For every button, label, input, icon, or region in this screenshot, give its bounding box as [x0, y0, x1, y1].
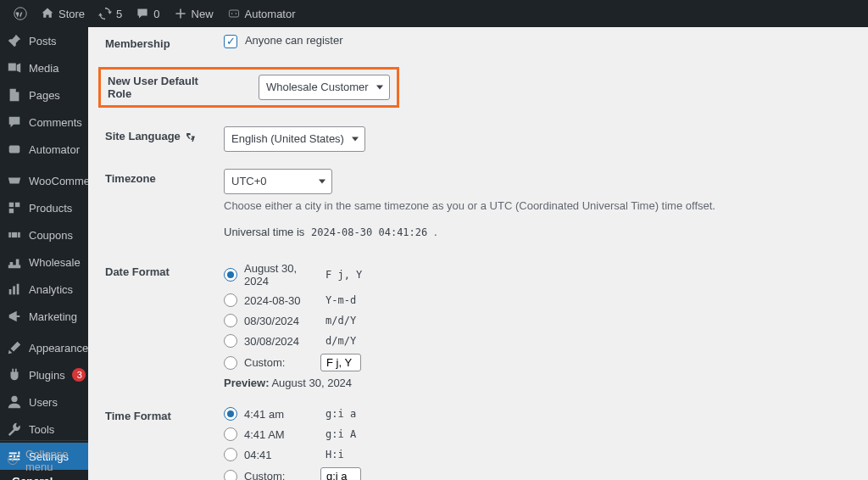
svg-rect-7	[9, 209, 14, 213]
comments-link[interactable]: 0	[129, 0, 166, 27]
sidebar-label: Appearance	[29, 342, 88, 354]
label-time-format: Time Format	[105, 406, 224, 422]
coupon-icon	[7, 227, 22, 243]
sidebar-label: Analytics	[29, 283, 73, 296]
products-icon	[7, 200, 22, 215]
svg-point-3	[235, 13, 236, 14]
sidebar-item-automator[interactable]: Automator	[0, 136, 88, 163]
sidebar-item-media[interactable]: Media	[0, 54, 88, 81]
radio[interactable]	[224, 356, 237, 370]
radio[interactable]	[224, 314, 237, 327]
sidebar-label: Comments	[29, 116, 82, 129]
date-custom-input[interactable]	[320, 354, 361, 371]
sidebar-item-marketing[interactable]: Marketing	[0, 303, 88, 330]
svg-rect-9	[13, 286, 15, 294]
sidebar-item-tools[interactable]: Tools	[0, 416, 88, 443]
svg-point-11	[11, 396, 17, 402]
updates-link[interactable]: 5	[92, 0, 129, 27]
robot-icon	[7, 142, 22, 157]
radio[interactable]	[224, 293, 237, 307]
updates-count: 5	[116, 8, 122, 20]
row-default-role: New User Default Role Wholesale Customer	[105, 67, 851, 108]
time-option-0[interactable]: 4:41 amg:i a	[224, 406, 851, 421]
automator-label: Automator	[245, 8, 296, 20]
default-role-select[interactable]: Wholesale Customer	[259, 75, 390, 100]
sidebar-item-woocommerce[interactable]: WooCommerce	[0, 167, 88, 194]
time-option-2[interactable]: 04:41H:i	[224, 447, 851, 462]
sidebar-label: Pages	[29, 89, 60, 102]
svg-rect-1	[229, 10, 238, 17]
sidebar-item-posts[interactable]: Posts	[0, 27, 88, 54]
date-option-2[interactable]: 08/30/2024m/d/Y	[224, 313, 851, 328]
sidebar-item-wholesale[interactable]: Wholesale	[0, 248, 88, 276]
plugin-icon	[7, 367, 22, 382]
sidebar-item-products[interactable]: Products	[0, 194, 88, 221]
sidebar-item-plugins[interactable]: Plugins 3	[0, 361, 88, 388]
radio[interactable]	[224, 470, 237, 481]
sidebar-label: Automator	[29, 143, 80, 156]
membership-checkbox[interactable]	[224, 35, 237, 48]
svg-rect-10	[17, 284, 19, 295]
sidebar-label: WooCommerce	[29, 175, 88, 187]
radio[interactable]	[224, 448, 237, 461]
row-date-format: Date Format August 30, 2024F j, Y 2024-0…	[105, 262, 851, 389]
label-date-format: Date Format	[105, 262, 224, 278]
sidebar-item-comments[interactable]: Comments	[0, 109, 88, 136]
label-site-language: Site Language	[105, 126, 224, 143]
user-icon	[7, 394, 22, 410]
megaphone-icon	[7, 309, 22, 324]
sidebar-label: Users	[29, 396, 58, 409]
sidebar-label: Tools	[29, 423, 54, 436]
membership-checkbox-label[interactable]: Anyone can register	[224, 34, 343, 47]
date-option-custom[interactable]: Custom:	[224, 354, 851, 371]
pin-icon	[7, 33, 22, 48]
time-custom-input[interactable]	[320, 467, 361, 480]
row-time-format: Time Format 4:41 amg:i a 4:41 AMg:i A 04…	[105, 406, 851, 480]
wordpress-logo[interactable]	[7, 0, 34, 27]
media-icon	[7, 60, 22, 75]
svg-point-2	[231, 13, 232, 14]
home-icon	[41, 7, 54, 20]
sidebar-label: Marketing	[29, 310, 77, 323]
time-option-custom[interactable]: Custom:	[224, 467, 851, 480]
new-label: New	[192, 8, 214, 20]
sidebar-item-coupons[interactable]: Coupons	[0, 221, 88, 248]
sidebar-item-users[interactable]: Users	[0, 388, 88, 416]
time-option-1[interactable]: 4:41 AMg:i A	[224, 427, 851, 442]
brush-icon	[7, 340, 22, 355]
date-option-1[interactable]: 2024-08-30Y-m-d	[224, 293, 851, 308]
date-option-0[interactable]: August 30, 2024F j, Y	[224, 262, 851, 287]
date-option-3[interactable]: 30/08/2024d/m/Y	[224, 333, 851, 349]
site-link[interactable]: Store	[34, 0, 92, 27]
sidebar-item-appearance[interactable]: Appearance	[0, 334, 88, 361]
default-role-highlight: New User Default Role Wholesale Customer	[98, 67, 399, 108]
row-site-language: Site Language English (United States)	[105, 126, 851, 152]
comment-icon	[7, 114, 22, 130]
timezone-select[interactable]: UTC+0	[224, 169, 332, 194]
automator-icon	[227, 7, 241, 20]
universal-time-code: 2024-08-30 04:41:26	[308, 225, 431, 240]
sidebar-label: Plugins	[29, 369, 65, 382]
collapse-menu[interactable]: Collapse menu	[0, 440, 88, 480]
update-icon	[98, 7, 112, 20]
label-membership: Membership	[105, 34, 224, 50]
sidebar-item-analytics[interactable]: Analytics	[0, 276, 88, 303]
site-language-select[interactable]: English (United States)	[224, 126, 365, 152]
timezone-universal: Universal time is 2024-08-30 04:41:26 .	[224, 226, 851, 238]
sidebar-item-pages[interactable]: Pages	[0, 81, 88, 109]
page-icon	[7, 87, 22, 103]
radio[interactable]	[224, 427, 237, 441]
site-name: Store	[58, 8, 85, 20]
row-timezone: Timezone UTC+0 Choose either a city in t…	[105, 169, 851, 238]
radio[interactable]	[224, 334, 237, 348]
date-preview: Preview: August 30, 2024	[224, 377, 851, 389]
wrench-icon	[7, 421, 22, 437]
comment-icon	[136, 7, 149, 20]
comments-count: 0	[153, 8, 159, 20]
collapse-label: Collapse menu	[25, 448, 81, 473]
radio[interactable]	[224, 407, 237, 421]
label-timezone: Timezone	[105, 169, 224, 185]
new-link[interactable]: New	[167, 0, 220, 27]
radio[interactable]	[224, 268, 237, 282]
automator-link[interactable]: Automator	[220, 0, 303, 27]
